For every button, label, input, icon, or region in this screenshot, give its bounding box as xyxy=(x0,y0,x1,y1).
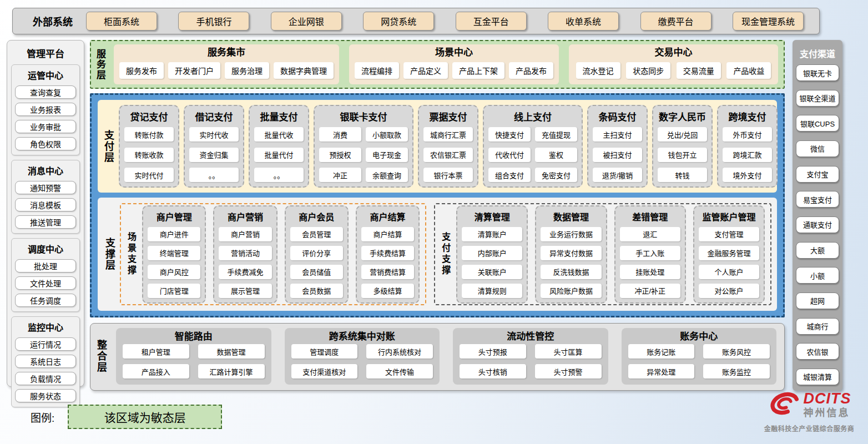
support-group-title: 清算管理 xyxy=(462,210,522,223)
service-item: 服务发布 xyxy=(119,62,164,79)
support-function-item: 反洗钱数据 xyxy=(541,265,601,279)
support-function-item: 对公账户 xyxy=(699,284,759,298)
support-function-item: 业务运行数据 xyxy=(541,227,601,241)
payment-group-title: 跨境支付 xyxy=(723,109,772,123)
payment-group: 银联卡支付 消费小额取款预授权电子现金冲正余额查询 xyxy=(314,105,413,188)
management-group-title: 运管中心 xyxy=(15,68,76,82)
management-item: 推送管理 xyxy=(15,215,76,229)
legend-agile-box: 该区域为敏态层 xyxy=(68,405,222,429)
payment-group: 条码支付 主扫支付被扫支付退货/撤销 xyxy=(587,105,648,188)
service-center-panel: 交易中心 流水登记状态同步交易流量产品收益 xyxy=(569,44,778,84)
payment-function-item: 钱包开立 xyxy=(658,148,707,162)
integration-group-items: 管理调度行内系统核对支付渠道核对文件传输 xyxy=(291,344,433,380)
support-function-item: 冲正/补正 xyxy=(620,284,680,298)
payment-function-item: 城商行汇票 xyxy=(423,127,473,142)
payment-channels-title: 支付渠道 xyxy=(796,47,839,60)
integration-group-title: 智能路由 xyxy=(123,330,265,344)
payment-channels-panel: 支付渠道 银联无卡银联全渠道银联CUPS微信支付宝易宝支付通联支付大额小额超网城… xyxy=(793,40,842,391)
integration-function-item: 支付渠道核对 xyxy=(291,364,358,379)
external-system-item: 手机银行 xyxy=(178,12,249,31)
payment-group-title: 借记支付 xyxy=(189,109,239,123)
management-group: 消息中心 通知预警消息模板推送管理 xyxy=(11,160,80,234)
support-section-label: 支付支撑 xyxy=(441,232,450,276)
payment-group: 数字人民币 兑出/兑回钱包开立转钱 xyxy=(652,105,713,188)
integration-function-item: 账务监控 xyxy=(703,364,770,379)
support-group-items: 退汇手工入账挂账处理冲正/补正 xyxy=(620,227,680,298)
payment-channel-item: 银联无卡 xyxy=(796,64,839,81)
support-group-title: 差错管理 xyxy=(620,210,680,223)
payment-group: 贷记支付 转账付款转账收款实时代付 xyxy=(119,105,179,188)
payment-function-item: 余额查询 xyxy=(366,168,408,182)
integration-function-item: 头寸匡算 xyxy=(535,344,602,359)
integration-group: 跨系统集中对账 管理调度行内系统核对支付渠道核对文件传输 xyxy=(285,328,440,385)
external-system-item: 收单系统 xyxy=(548,12,619,31)
integration-group: 账务中心 账务记账账务风控异常处理账务监控 xyxy=(622,328,777,385)
dcits-name: 神州信息 xyxy=(804,408,851,418)
payment-function-item: 银行本票 xyxy=(423,168,473,182)
payment-function-item: 。。 xyxy=(254,168,304,182)
payment-function-item: 转账付款 xyxy=(124,127,174,142)
payment-channel-item: 大额 xyxy=(796,242,839,259)
management-item: 业务报表 xyxy=(15,103,76,116)
payment-function-item: 快捷支付 xyxy=(488,127,531,142)
support-group-title: 商户结算 xyxy=(361,210,414,223)
support-function-item: 商户风控 xyxy=(148,265,200,279)
service-item: 交易流量 xyxy=(677,62,721,79)
management-item: 负载情况 xyxy=(15,372,76,385)
integration-layer-label: 整合层 xyxy=(96,340,106,373)
integration-function-item: 数据管理 xyxy=(198,344,265,359)
integration-group: 流动性管控 头寸预报头寸匡算头寸核销头寸预警 xyxy=(453,328,608,385)
management-item: 运行情况 xyxy=(15,337,76,351)
support-function-item: 会员管理 xyxy=(290,227,343,241)
service-center-items: 流程编排产品定义产品上下架产品发布 xyxy=(355,59,553,81)
support-group-title: 数据管理 xyxy=(541,210,601,223)
payment-function-item: 批量代收 xyxy=(254,127,304,142)
integration-function-item: 行内系统核对 xyxy=(366,344,433,359)
payment-function-item: 主扫支付 xyxy=(593,127,642,142)
management-platform-panel: 管理平台 运管中心 查询查复业务报表业务审批角色权限 消息中心 通知预警消息模板… xyxy=(7,40,84,387)
service-layer: 服务层 服务集市 服务发布开发者门户服务治理数据字典管理 场景中心 流程编排产品… xyxy=(90,40,785,89)
management-item: 消息模板 xyxy=(15,198,76,211)
support-group: 监管账户管理 支付管理金融服务管理个人账户对公账户 xyxy=(693,205,765,304)
service-item: 状态同步 xyxy=(626,62,670,79)
payment-group-items: 转账付款转账收款实时代付 xyxy=(124,127,174,182)
payment-channel-item: 城银清算 xyxy=(796,369,839,385)
service-item: 产品定义 xyxy=(403,62,448,79)
support-function-item: 手续费结算 xyxy=(361,246,414,260)
service-item: 流程编排 xyxy=(355,62,399,79)
legend-label: 图例: xyxy=(31,410,54,425)
support-function-item: 退汇 xyxy=(620,227,680,241)
payment-group-items: 消费小额取款预授权电子现金冲正余额查询 xyxy=(319,127,408,182)
payment-function-item: 批量代付 xyxy=(254,148,304,162)
external-system-item: 柜面系统 xyxy=(86,12,157,31)
integration-group: 智能路由 租户管理数据管理产品接入汇路计算引擎 xyxy=(116,328,271,385)
payment-function-item: 组合支付 xyxy=(488,168,531,182)
management-group: 调度中心 批处理文件处理任务调度 xyxy=(11,238,80,312)
support-function-item: 清算账户 xyxy=(462,227,522,241)
management-group-title: 监控中心 xyxy=(15,320,76,334)
payment-function-item: 充值提现 xyxy=(535,127,577,142)
support-group-items: 会员管理评价分享会员储值会员数据 xyxy=(290,227,343,298)
integration-function-item: 账务风控 xyxy=(703,344,770,359)
dcits-logo-texts: DCITS 神州信息 xyxy=(804,391,851,418)
payment-group: 跨境支付 外币支付跨境汇款境外支付 xyxy=(717,105,778,188)
payment-group: 批量支付 批量代收批量代付。。 xyxy=(249,105,309,188)
support-group-items: 商户进件终端管理商户风控门店管理 xyxy=(148,227,200,298)
support-function-item: 会员数据 xyxy=(290,284,343,298)
service-item: 数据字典管理 xyxy=(274,62,334,79)
payment-channel-item: 银联全渠道 xyxy=(796,90,839,107)
support-function-item: 商户结算 xyxy=(361,227,414,241)
payment-group-items: 快捷支付充值提现代收代付鉴权组合支付免密支付 xyxy=(488,127,577,182)
stable-area: 支付层 贷记支付 转账付款转账收款实时代付 借记支付 实时代收资金归集。。 批 xyxy=(90,93,785,317)
support-function-item: 多级结算 xyxy=(361,284,414,298)
payment-function-item: 免密支付 xyxy=(535,168,577,182)
integration-group-items: 头寸预报头寸匡算头寸核销头寸预警 xyxy=(460,344,602,380)
management-item: 文件处理 xyxy=(15,276,76,290)
payment-channel-item: 易宝支付 xyxy=(796,191,839,208)
dcits-tagline: 金融科技全产业链综合服务商 xyxy=(764,423,855,433)
support-function-item: 终端管理 xyxy=(148,246,200,260)
support-section: 支付支撑 清算管理 清算账户内部账户关联账户清算规则 数据管理 xyxy=(434,203,771,305)
payment-architecture-diagram: 外部系统 柜面系统手机银行企业网银网贷系统互金平台收单系统缴费平台现金管理系统 … xyxy=(0,0,868,444)
support-section-groups: 商户管理 商户进件终端管理商户风控门店管理 商户营销 商户营销营销活动手续费减免… xyxy=(142,205,420,304)
payment-channel-item: 城商行 xyxy=(796,318,839,335)
